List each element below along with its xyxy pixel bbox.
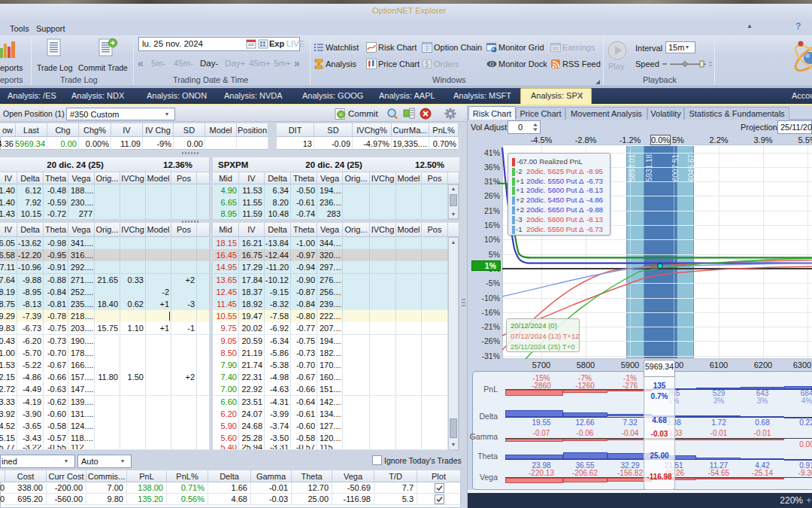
svg-text:$: $ (425, 60, 429, 68)
